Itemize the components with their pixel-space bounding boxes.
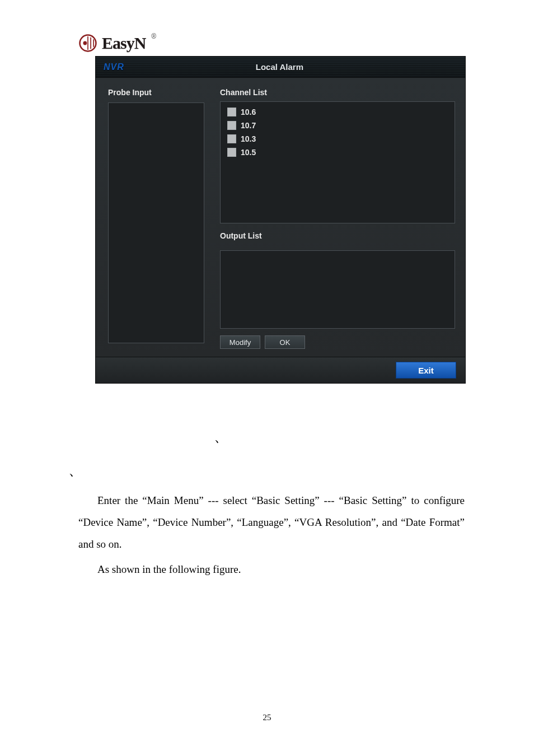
channel-row[interactable]: 10.3	[227, 134, 448, 143]
paragraph: As shown in the following figure.	[78, 559, 465, 581]
brand-name: EasyN	[102, 34, 146, 53]
exit-button[interactable]: Exit	[396, 362, 456, 379]
brand-logo: EasyN ®	[78, 34, 472, 53]
channel-list-label: Channel List	[220, 88, 455, 97]
titlebar: NVR Local Alarm	[96, 57, 465, 78]
channel-row[interactable]: 10.7	[227, 121, 448, 130]
stray-mark: 、	[68, 460, 83, 480]
output-list-label: Output List	[220, 231, 455, 240]
left-column: Probe Input	[108, 88, 209, 349]
button-row: Modify OK	[220, 335, 455, 349]
page-number: 25	[0, 713, 534, 722]
paragraph: Enter the “Main Menu” --- select “Basic …	[78, 490, 465, 556]
channel-label: 10.5	[241, 148, 256, 157]
document-page: EasyN ® NVR Local Alarm Probe Input Chan…	[0, 0, 534, 756]
channel-label: 10.6	[241, 108, 256, 116]
probe-input-listbox[interactable]	[108, 102, 204, 343]
window-body: Probe Input Channel List 10.6 10.7	[96, 78, 465, 357]
channel-label: 10.3	[241, 134, 256, 143]
ok-button[interactable]: OK	[265, 335, 305, 349]
channel-row[interactable]: 10.5	[227, 148, 448, 157]
titlebar-title: Local Alarm	[102, 62, 457, 72]
registered-mark: ®	[151, 32, 156, 40]
checkbox-icon[interactable]	[227, 148, 236, 157]
easyn-logo-icon	[78, 34, 97, 53]
modify-button[interactable]: Modify	[220, 335, 260, 349]
checkbox-icon[interactable]	[227, 108, 236, 116]
output-listbox[interactable]	[220, 250, 455, 329]
svg-point-1	[83, 41, 87, 45]
window-footer: Exit	[96, 357, 465, 383]
channel-listbox[interactable]: 10.6 10.7 10.3 10.5	[220, 101, 455, 223]
stray-mark: 、	[214, 427, 228, 446]
right-column: Channel List 10.6 10.7 10.3	[220, 88, 455, 349]
channel-row[interactable]: 10.6	[227, 108, 448, 116]
channel-label: 10.7	[241, 121, 256, 130]
checkbox-icon[interactable]	[227, 134, 236, 143]
probe-input-label: Probe Input	[108, 88, 209, 97]
nvr-local-alarm-window: NVR Local Alarm Probe Input Channel List…	[95, 56, 466, 384]
checkbox-icon[interactable]	[227, 121, 236, 130]
document-body-text: Enter the “Main Menu” --- select “Basic …	[78, 490, 465, 581]
